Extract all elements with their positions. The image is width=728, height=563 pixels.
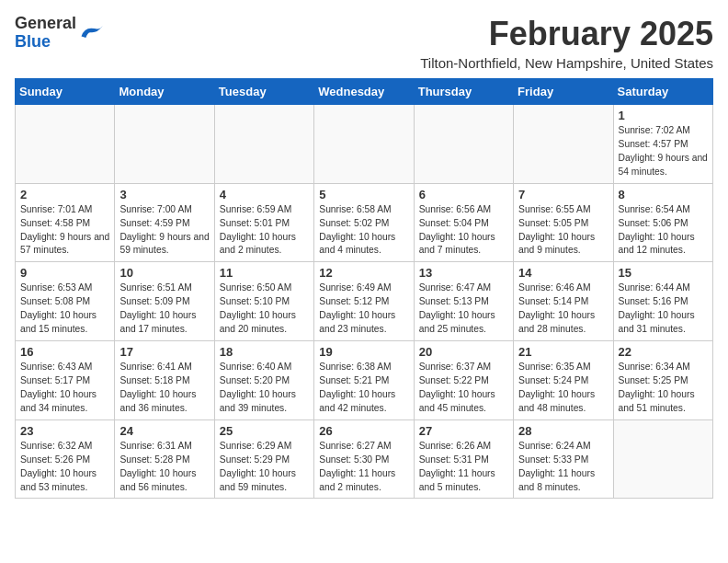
day-info: Sunrise: 6:50 AM Sunset: 5:10 PM Dayligh… — [220, 282, 309, 337]
day-number: 11 — [220, 266, 309, 280]
calendar-cell: 9Sunrise: 6:53 AM Sunset: 5:08 PM Daylig… — [16, 262, 115, 341]
day-number: 10 — [119, 266, 209, 280]
calendar-cell: 1Sunrise: 7:02 AM Sunset: 4:57 PM Daylig… — [613, 105, 712, 184]
weekday-header-saturday: Saturday — [613, 79, 712, 105]
weekday-header-thursday: Thursday — [414, 79, 513, 105]
day-number: 22 — [619, 345, 708, 359]
calendar-cell: 8Sunrise: 6:54 AM Sunset: 5:06 PM Daylig… — [613, 183, 712, 262]
logo-general-text: General — [15, 14, 76, 32]
day-info: Sunrise: 6:37 AM Sunset: 5:22 PM Dayligh… — [419, 361, 508, 416]
location-title: Tilton-Northfield, New Hampshire, United… — [420, 55, 713, 71]
day-number: 28 — [518, 424, 608, 438]
calendar-cell: 21Sunrise: 6:35 AM Sunset: 5:24 PM Dayli… — [514, 341, 613, 420]
calendar-cell — [115, 105, 214, 184]
calendar-cell: 12Sunrise: 6:49 AM Sunset: 5:12 PM Dayli… — [314, 262, 414, 341]
calendar-cell: 4Sunrise: 6:59 AM Sunset: 5:01 PM Daylig… — [214, 183, 313, 262]
title-block: February 2025 Tilton-Northfield, New Ham… — [420, 15, 713, 71]
calendar-cell: 10Sunrise: 6:51 AM Sunset: 5:09 PM Dayli… — [115, 262, 214, 341]
day-info: Sunrise: 6:55 AM Sunset: 5:05 PM Dayligh… — [518, 203, 608, 259]
calendar-cell: 23Sunrise: 6:32 AM Sunset: 5:26 PM Dayli… — [16, 419, 115, 499]
calendar-week-row: 9Sunrise: 6:53 AM Sunset: 5:08 PM Daylig… — [16, 262, 713, 341]
calendar-week-row: 2Sunrise: 7:01 AM Sunset: 4:58 PM Daylig… — [16, 183, 713, 262]
calendar-week-row: 16Sunrise: 6:43 AM Sunset: 5:17 PM Dayli… — [16, 341, 713, 420]
day-info: Sunrise: 6:24 AM Sunset: 5:33 PM Dayligh… — [518, 440, 608, 495]
day-info: Sunrise: 6:44 AM Sunset: 5:16 PM Dayligh… — [619, 282, 708, 337]
logo: General Blue — [15, 15, 104, 52]
day-number: 17 — [119, 345, 209, 359]
day-info: Sunrise: 7:00 AM Sunset: 4:59 PM Dayligh… — [119, 203, 209, 259]
calendar-cell — [613, 419, 712, 499]
day-number: 13 — [419, 266, 508, 280]
day-number: 21 — [518, 345, 608, 359]
day-info: Sunrise: 6:32 AM Sunset: 5:26 PM Dayligh… — [20, 440, 109, 495]
day-info: Sunrise: 6:41 AM Sunset: 5:18 PM Dayligh… — [119, 361, 209, 416]
calendar-week-row: 1Sunrise: 7:02 AM Sunset: 4:57 PM Daylig… — [16, 105, 713, 184]
calendar-cell: 17Sunrise: 6:41 AM Sunset: 5:18 PM Dayli… — [115, 341, 214, 420]
calendar-cell: 14Sunrise: 6:46 AM Sunset: 5:14 PM Dayli… — [514, 262, 613, 341]
calendar-cell: 11Sunrise: 6:50 AM Sunset: 5:10 PM Dayli… — [214, 262, 313, 341]
calendar-cell: 15Sunrise: 6:44 AM Sunset: 5:16 PM Dayli… — [613, 262, 712, 341]
day-info: Sunrise: 7:02 AM Sunset: 4:57 PM Dayligh… — [619, 124, 708, 179]
weekday-header-friday: Friday — [514, 79, 613, 105]
day-info: Sunrise: 6:54 AM Sunset: 5:06 PM Dayligh… — [619, 203, 708, 259]
calendar-cell: 24Sunrise: 6:31 AM Sunset: 5:28 PM Dayli… — [115, 419, 214, 499]
day-info: Sunrise: 6:29 AM Sunset: 5:29 PM Dayligh… — [220, 440, 309, 495]
calendar-cell — [214, 105, 313, 184]
day-number: 24 — [119, 424, 209, 438]
calendar-cell: 2Sunrise: 7:01 AM Sunset: 4:58 PM Daylig… — [16, 183, 115, 262]
day-number: 15 — [619, 266, 708, 280]
calendar-header-row: SundayMondayTuesdayWednesdayThursdayFrid… — [16, 79, 713, 105]
calendar-cell: 7Sunrise: 6:55 AM Sunset: 5:05 PM Daylig… — [514, 183, 613, 262]
day-number: 19 — [319, 345, 408, 359]
calendar-cell: 6Sunrise: 6:56 AM Sunset: 5:04 PM Daylig… — [414, 183, 513, 262]
day-number: 7 — [518, 188, 608, 201]
day-info: Sunrise: 6:58 AM Sunset: 5:02 PM Dayligh… — [319, 203, 408, 259]
day-info: Sunrise: 6:51 AM Sunset: 5:09 PM Dayligh… — [119, 282, 209, 337]
day-number: 8 — [619, 188, 708, 201]
day-number: 26 — [319, 424, 408, 438]
logo-blue-text: Blue — [15, 32, 51, 51]
calendar-cell: 20Sunrise: 6:37 AM Sunset: 5:22 PM Dayli… — [414, 341, 513, 420]
day-info: Sunrise: 6:27 AM Sunset: 5:30 PM Dayligh… — [319, 440, 408, 495]
calendar-cell: 13Sunrise: 6:47 AM Sunset: 5:13 PM Dayli… — [414, 262, 513, 341]
day-info: Sunrise: 6:26 AM Sunset: 5:31 PM Dayligh… — [419, 440, 508, 495]
calendar-cell: 5Sunrise: 6:58 AM Sunset: 5:02 PM Daylig… — [314, 183, 414, 262]
calendar-cell — [16, 105, 115, 184]
day-number: 18 — [220, 345, 309, 359]
weekday-header-tuesday: Tuesday — [214, 79, 313, 105]
calendar-cell — [514, 105, 613, 184]
calendar-table: SundayMondayTuesdayWednesdayThursdayFrid… — [15, 78, 713, 499]
day-info: Sunrise: 6:59 AM Sunset: 5:01 PM Dayligh… — [220, 203, 309, 259]
month-title: February 2025 — [420, 15, 713, 53]
calendar-cell: 16Sunrise: 6:43 AM Sunset: 5:17 PM Dayli… — [16, 341, 115, 420]
day-info: Sunrise: 6:43 AM Sunset: 5:17 PM Dayligh… — [20, 361, 109, 416]
calendar-cell — [314, 105, 414, 184]
day-info: Sunrise: 6:53 AM Sunset: 5:08 PM Dayligh… — [20, 282, 109, 337]
calendar-cell: 28Sunrise: 6:24 AM Sunset: 5:33 PM Dayli… — [514, 419, 613, 499]
day-number: 2 — [20, 188, 109, 201]
day-info: Sunrise: 6:35 AM Sunset: 5:24 PM Dayligh… — [518, 361, 608, 416]
day-info: Sunrise: 6:38 AM Sunset: 5:21 PM Dayligh… — [319, 361, 408, 416]
day-info: Sunrise: 6:47 AM Sunset: 5:13 PM Dayligh… — [419, 282, 508, 337]
day-number: 27 — [419, 424, 508, 438]
calendar-cell: 3Sunrise: 7:00 AM Sunset: 4:59 PM Daylig… — [115, 183, 214, 262]
day-number: 4 — [220, 188, 309, 201]
day-number: 23 — [20, 424, 109, 438]
weekday-header-wednesday: Wednesday — [314, 79, 414, 105]
day-number: 6 — [419, 188, 508, 201]
day-number: 3 — [119, 188, 209, 201]
calendar-cell: 22Sunrise: 6:34 AM Sunset: 5:25 PM Dayli… — [613, 341, 712, 420]
calendar-cell: 25Sunrise: 6:29 AM Sunset: 5:29 PM Dayli… — [214, 419, 313, 499]
calendar-cell: 18Sunrise: 6:40 AM Sunset: 5:20 PM Dayli… — [214, 341, 313, 420]
logo-bird-icon — [78, 23, 104, 43]
day-info: Sunrise: 6:34 AM Sunset: 5:25 PM Dayligh… — [619, 361, 708, 416]
calendar-cell — [414, 105, 513, 184]
calendar-cell: 19Sunrise: 6:38 AM Sunset: 5:21 PM Dayli… — [314, 341, 414, 420]
day-number: 12 — [319, 266, 408, 280]
day-info: Sunrise: 6:49 AM Sunset: 5:12 PM Dayligh… — [319, 282, 408, 337]
day-info: Sunrise: 6:31 AM Sunset: 5:28 PM Dayligh… — [119, 440, 209, 495]
day-number: 14 — [518, 266, 608, 280]
weekday-header-sunday: Sunday — [16, 79, 115, 105]
day-number: 5 — [319, 188, 408, 201]
day-number: 16 — [20, 345, 109, 359]
